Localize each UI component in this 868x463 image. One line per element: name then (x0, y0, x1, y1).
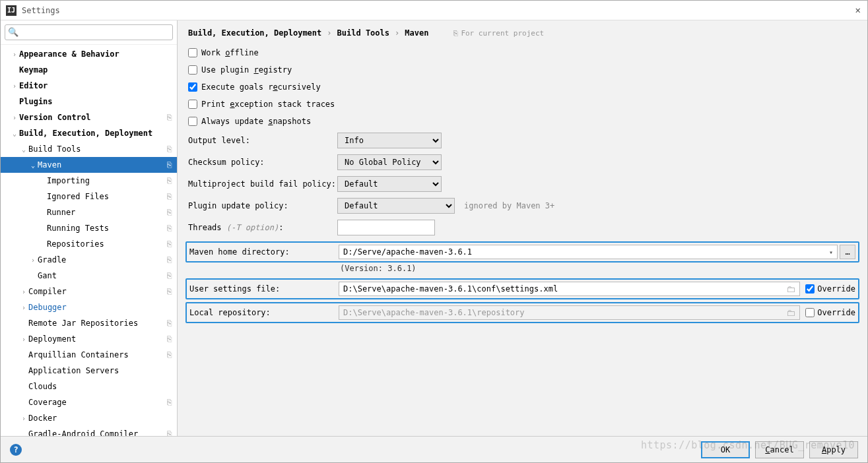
window-title: Settings (22, 6, 60, 15)
tree-item-label: Version Control (19, 113, 164, 122)
chevron-down-icon[interactable]: ⌄ (19, 146, 28, 153)
search-input[interactable] (5, 24, 173, 40)
always-snapshots-checkbox[interactable] (188, 117, 197, 126)
tree-item[interactable]: ⌄Build, Execution, Deployment (1, 125, 177, 141)
breadcrumb-part: Maven (405, 28, 428, 38)
chevron-right-icon[interactable]: › (19, 304, 28, 311)
tree-item-label: Coverage (28, 398, 164, 407)
maven-home-input[interactable]: D:/Serve/apache-maven-3.6.1 ▾ (339, 245, 838, 259)
tree-item-label: Runner (47, 208, 164, 217)
tree-item[interactable]: ›Editor (1, 78, 177, 94)
ok-button[interactable]: OK (701, 441, 750, 458)
project-scope-icon: ⎘ (167, 287, 172, 296)
chevron-right-icon[interactable]: › (19, 336, 28, 343)
tree-item[interactable]: Gradle-Android Compiler⎘ (1, 426, 177, 436)
tree-item[interactable]: Keymap (1, 62, 177, 78)
tree-item-label: Application Servers (28, 366, 172, 375)
titlebar: IJ Settings ✕ (1, 1, 867, 20)
tree-item[interactable]: ›Version Control⎘ (1, 109, 177, 125)
tree-item[interactable]: Coverage⎘ (1, 394, 177, 410)
user-settings-override[interactable]: Override (805, 284, 855, 293)
local-repo-label: Local repository: (189, 308, 339, 317)
plugin-update-select[interactable]: Default (337, 198, 455, 214)
tree-item[interactable]: ›Deployment⎘ (1, 331, 177, 347)
local-repo-input[interactable]: D:\Serve\apache-maven-3.6.1\repository 🗀 (339, 305, 800, 320)
tree-item[interactable]: Remote Jar Repositories⎘ (1, 315, 177, 331)
print-exception-checkbox[interactable] (188, 100, 197, 109)
chevron-right-icon[interactable]: › (19, 415, 28, 422)
apply-button[interactable]: Apply (809, 441, 858, 458)
chevron-down-icon[interactable]: ⌄ (10, 130, 19, 137)
tree-item[interactable]: ›Appearance & Behavior (1, 46, 177, 62)
cancel-button[interactable]: Cancel (755, 441, 804, 458)
tree-item-label: Running Tests (47, 224, 164, 233)
tree-item[interactable]: ›Gradle⎘ (1, 252, 177, 268)
tree-item[interactable]: Application Servers (1, 363, 177, 379)
tree-item[interactable]: ⌄Build Tools⎘ (1, 141, 177, 157)
work-offline-label[interactable]: Work offline (201, 48, 259, 57)
checksum-policy-select[interactable]: No Global Policy (337, 154, 442, 170)
tree-item[interactable]: ›Docker (1, 410, 177, 426)
breadcrumb: Build, Execution, Deployment › Build Too… (188, 28, 857, 38)
browse-button[interactable]: … (840, 245, 855, 259)
footer: ? OK Cancel Apply https://blog.csdn.net/… (1, 436, 867, 462)
project-scope-icon: ⎘ (167, 208, 172, 217)
tree-item[interactable]: Gant⎘ (1, 268, 177, 284)
project-scope-icon: ⎘ (167, 255, 172, 264)
execute-recursively-checkbox[interactable] (188, 82, 197, 92)
close-icon[interactable]: ✕ (855, 5, 861, 15)
project-scope-icon: ⎘ (167, 398, 172, 407)
chevron-right-icon[interactable]: › (10, 82, 19, 90)
threads-input[interactable] (337, 220, 435, 235)
breadcrumb-part[interactable]: Build, Execution, Deployment (188, 28, 321, 38)
tree-item-label: Remote Jar Repositories (28, 319, 164, 328)
threads-label: Threads (-T option): (188, 223, 337, 232)
multiproject-select[interactable]: Default (337, 176, 442, 192)
tree-item[interactable]: Runner⎘ (1, 204, 177, 220)
app-icon: IJ (6, 5, 17, 16)
chevron-down-icon[interactable]: ▾ (829, 249, 833, 256)
local-repo-row: Local repository: D:\Serve\apache-maven-… (185, 302, 859, 323)
work-offline-checkbox[interactable] (188, 48, 197, 57)
checksum-policy-label: Checksum policy: (188, 158, 337, 167)
tree-item[interactable]: Plugins (1, 94, 177, 109)
tree-item-label: Build Tools (28, 144, 164, 154)
tree-item-label: Clouds (28, 382, 172, 391)
local-repo-override[interactable]: Override (805, 308, 855, 317)
print-exception-label[interactable]: Print exception stack traces (201, 100, 335, 109)
chevron-right-icon[interactable]: › (28, 257, 38, 264)
plugin-update-label: Plugin update policy: (188, 201, 337, 210)
help-button[interactable]: ? (10, 444, 22, 456)
chevron-right-icon[interactable]: › (10, 114, 19, 121)
tree-item[interactable]: Arquillian Containers⎘ (1, 347, 177, 363)
chevron-right-icon: › (327, 28, 331, 38)
sidebar: 🔍 ›Appearance & BehaviorKeymap›EditorPlu… (1, 20, 178, 436)
tree-item[interactable]: Running Tests⎘ (1, 220, 177, 236)
project-scope-icon: ⎘ (167, 144, 172, 154)
folder-icon[interactable]: 🗀 (786, 284, 795, 294)
tree-item-label: Appearance & Behavior (19, 49, 172, 59)
folder-icon[interactable]: 🗀 (786, 307, 795, 318)
project-scope-icon: ⎘ (167, 319, 172, 328)
plugin-registry-checkbox[interactable] (188, 65, 197, 75)
tree-item-label: Arquillian Containers (28, 350, 164, 359)
tree-item[interactable]: ›Debugger (1, 299, 177, 315)
scope-hint: ⎘ For current project (453, 29, 544, 38)
chevron-down-icon[interactable]: ⌄ (28, 162, 38, 169)
tree-item[interactable]: Repositories⎘ (1, 236, 177, 252)
plugin-registry-label[interactable]: Use plugin registry (201, 65, 292, 75)
tree-item[interactable]: Importing⎘ (1, 173, 177, 189)
project-scope-icon: ⎘ (167, 224, 172, 233)
chevron-right-icon[interactable]: › (10, 51, 19, 58)
user-settings-input[interactable]: D:\Serve\apache-maven-3.6.1\conf\setting… (339, 282, 800, 296)
execute-recursively-label[interactable]: Execute goals recursively (201, 82, 321, 92)
output-level-select[interactable]: Info (337, 133, 442, 148)
tree-item[interactable]: Ignored Files⎘ (1, 189, 177, 204)
breadcrumb-part[interactable]: Build Tools (337, 28, 389, 38)
tree-item-label: Gant (38, 271, 164, 280)
always-snapshots-label[interactable]: Always update snapshots (201, 117, 311, 126)
tree-item[interactable]: ⌄Maven⎘ (1, 157, 177, 173)
tree-item[interactable]: Clouds (1, 379, 177, 394)
tree-item[interactable]: ›Compiler⎘ (1, 284, 177, 299)
chevron-right-icon[interactable]: › (19, 288, 28, 295)
